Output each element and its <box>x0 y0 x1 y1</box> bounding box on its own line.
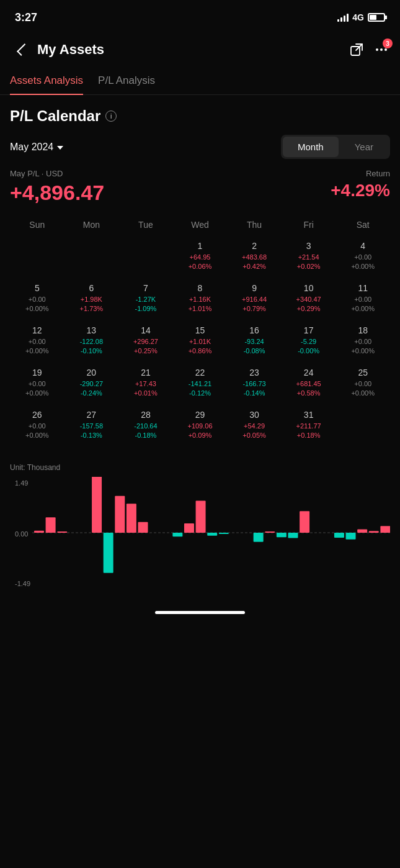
chart-bar <box>104 533 113 573</box>
calendar-cell[interactable]: 9 +916.44 +0.79% <box>227 279 282 322</box>
calendar-cell[interactable]: 17 -5.29 -0.00% <box>282 322 336 364</box>
calendar-cell[interactable]: 15 +1.01K +0.86% <box>173 322 228 364</box>
network-type: 4G <box>352 12 364 22</box>
tab-assets-analysis[interactable]: Assets Analysis <box>10 67 83 94</box>
header-fri: Fri <box>282 215 336 235</box>
header-mon: Mon <box>64 215 119 235</box>
cal-pct: +0.00% <box>11 304 63 314</box>
chart-bar <box>57 531 67 533</box>
calendar-cell[interactable]: 8 +1.16K +1.01% <box>173 279 228 322</box>
main-content: P/L Calendar i May 2024 Month Year May P… <box>0 95 400 601</box>
month-selector[interactable]: May 2024 <box>10 142 63 153</box>
notification-badge: 3 <box>383 38 393 48</box>
calendar-cell[interactable]: 20 -290.27 -0.24% <box>64 364 119 406</box>
cal-pct: +0.86% <box>174 346 226 356</box>
cal-amount: +211.77 <box>283 422 335 431</box>
cal-day-number: 21 <box>120 368 172 377</box>
calendar-cell[interactable]: 28 -210.64 -0.18% <box>118 406 173 448</box>
pl-left: May P/L · USD +4,896.47 <box>10 169 104 205</box>
pl-value: +4,896.47 <box>10 181 104 205</box>
calendar-cell[interactable]: 3 +21.54 +0.02% <box>282 237 336 279</box>
page-title: My Assets <box>37 42 348 58</box>
cal-day-number: 25 <box>337 368 389 377</box>
cal-pct: +0.00% <box>337 262 389 271</box>
cal-amount: +0.00 <box>11 295 63 304</box>
calendar-cell[interactable]: 23 -166.73 -0.14% <box>227 364 282 406</box>
chart-bar <box>34 531 44 533</box>
month-button[interactable]: Month <box>283 137 339 157</box>
cal-amount: +681.45 <box>283 379 335 389</box>
chart-bar <box>219 533 229 534</box>
status-bar: 3:27 4G <box>0 0 400 32</box>
cal-amount: -122.08 <box>66 337 118 346</box>
cal-day-number: 31 <box>283 410 335 420</box>
cal-amount: +54.29 <box>228 422 280 431</box>
cal-pct: +0.00% <box>11 431 63 440</box>
calendar-cell[interactable]: 16 -93.24 -0.08% <box>227 322 282 364</box>
cal-amount: +1.98K <box>66 295 118 304</box>
calendar: Sun Mon Tue Wed Thu Fri Sat 1 +64.95 +0.… <box>10 215 390 448</box>
calendar-cell[interactable]: 13 -122.08 -0.10% <box>64 322 119 364</box>
calendar-header: Sun Mon Tue Wed Thu Fri Sat <box>10 215 390 235</box>
cal-day-number: 3 <box>283 241 335 251</box>
cal-day-number: 24 <box>283 368 335 377</box>
chart-bar <box>265 531 275 533</box>
header-wed: Wed <box>173 215 228 235</box>
cal-pct: -0.24% <box>66 389 118 398</box>
calendar-cell[interactable]: 30 +54.29 +0.05% <box>227 406 282 448</box>
calendar-cell[interactable]: 14 +296.27 +0.25% <box>118 322 173 364</box>
chart-bar <box>46 517 56 533</box>
cal-amount: +296.27 <box>120 337 172 346</box>
calendar-cell[interactable]: 24 +681.45 +0.58% <box>282 364 336 406</box>
section-title-text: P/L Calendar <box>10 107 100 125</box>
cal-amount: +0.00 <box>337 337 389 346</box>
cal-day-number: 16 <box>228 325 280 335</box>
controls-row: May 2024 Month Year <box>10 135 390 159</box>
cal-amount: +0.00 <box>337 295 389 304</box>
cal-pct: +0.00% <box>337 304 389 314</box>
cal-amount: -166.73 <box>228 379 280 389</box>
calendar-cell[interactable]: 4 +0.00 +0.00% <box>336 237 390 279</box>
external-link-button[interactable] <box>348 41 365 58</box>
calendar-cell[interactable]: 7 -1.27K -1.09% <box>118 279 173 322</box>
cal-pct: -0.12% <box>174 389 226 398</box>
calendar-cell[interactable]: 25 +0.00 +0.00% <box>336 364 390 406</box>
calendar-cell[interactable]: 26 +0.00 +0.00% <box>10 406 64 448</box>
cal-amount: +17.43 <box>120 379 172 389</box>
cal-amount: -157.58 <box>66 422 118 431</box>
cal-day-number: 13 <box>66 325 118 335</box>
calendar-cell <box>118 237 173 279</box>
chart-bar <box>369 531 379 533</box>
cal-pct: +0.58% <box>283 389 335 398</box>
cal-pct: +0.00% <box>11 346 63 356</box>
calendar-cell[interactable]: 6 +1.98K +1.73% <box>64 279 119 322</box>
cal-amount: +0.00 <box>11 337 63 346</box>
calendar-cell[interactable]: 1 +64.95 +0.06% <box>173 237 228 279</box>
cal-pct: +1.73% <box>66 304 118 314</box>
info-icon[interactable]: i <box>105 111 117 122</box>
cal-amount: -210.64 <box>120 422 172 431</box>
calendar-cell[interactable]: 27 -157.58 -0.13% <box>64 406 119 448</box>
calendar-cell[interactable]: 5 +0.00 +0.00% <box>10 279 64 322</box>
cal-day-number: 10 <box>283 283 335 293</box>
calendar-cell[interactable]: 21 +17.43 +0.01% <box>118 364 173 406</box>
chart-bar <box>92 477 102 533</box>
calendar-cell[interactable]: 2 +483.68 +0.42% <box>227 237 282 279</box>
calendar-cell[interactable]: 31 +211.77 +0.18% <box>282 406 336 448</box>
more-button[interactable]: 3 <box>373 41 390 58</box>
back-button[interactable] <box>10 38 32 61</box>
chart-bar <box>254 533 264 542</box>
calendar-cell[interactable]: 12 +0.00 +0.00% <box>10 322 64 364</box>
tab-pl-analysis[interactable]: P/L Analysis <box>98 67 155 94</box>
calendar-cell[interactable]: 11 +0.00 +0.00% <box>336 279 390 322</box>
calendar-cell[interactable]: 22 -141.21 -0.12% <box>173 364 228 406</box>
cal-amount: -1.27K <box>120 295 172 304</box>
chart-unit-label: Unit: Thousand <box>10 463 390 472</box>
year-button[interactable]: Year <box>340 137 388 157</box>
calendar-cell[interactable]: 10 +340.47 +0.29% <box>282 279 336 322</box>
cal-pct: +0.09% <box>174 431 226 440</box>
calendar-cell[interactable]: 29 +109.06 +0.09% <box>173 406 228 448</box>
chart-bar <box>184 523 194 533</box>
calendar-cell[interactable]: 18 +0.00 +0.00% <box>336 322 390 364</box>
calendar-cell[interactable]: 19 +0.00 +0.00% <box>10 364 64 406</box>
